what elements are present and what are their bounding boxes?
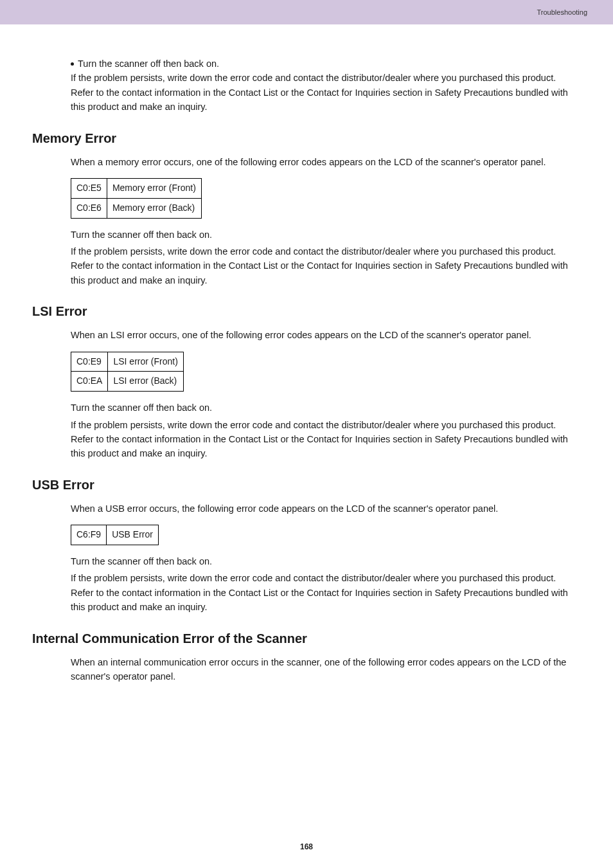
error-desc: Memory error (Front) (107, 179, 201, 199)
usb-intro: When a USB error occurs, the following e… (71, 502, 574, 516)
heading-usb-error: USB Error (32, 478, 581, 493)
error-code: C0:EA (71, 372, 108, 392)
error-code: C0:E6 (71, 198, 107, 218)
intro-bullet: Turn the scanner off then back on. (71, 57, 574, 71)
error-desc: Memory error (Back) (107, 198, 201, 218)
header-band: Troubleshooting (0, 0, 613, 24)
memory-intro: When a memory error occurs, one of the f… (71, 155, 574, 169)
intro-block: Turn the scanner off then back on. If th… (32, 57, 581, 114)
heading-internal-comm-error: Internal Communication Error of the Scan… (32, 631, 581, 646)
memory-content: When a memory error occurs, one of the f… (32, 155, 581, 288)
lsi-error-table: C0:E9 LSI error (Front) C0:EA LSI error … (71, 352, 184, 392)
table-row: C6:F9 USB Error (71, 525, 159, 545)
table-row: C0:E9 LSI error (Front) (71, 352, 184, 372)
heading-lsi-error: LSI Error (32, 304, 581, 319)
intro-persist-text: If the problem persists, write down the … (71, 71, 574, 114)
error-code: C0:E9 (71, 352, 108, 372)
lsi-after2: If the problem persists, write down the … (71, 418, 574, 461)
intro-bullet-text: Turn the scanner off then back on. (78, 59, 219, 69)
memory-after2: If the problem persists, write down the … (71, 244, 574, 287)
memory-error-table: C0:E5 Memory error (Front) C0:E6 Memory … (71, 178, 202, 218)
bullet-icon (71, 62, 74, 66)
lsi-after1: Turn the scanner off then back on. (71, 401, 574, 415)
internal-intro: When an internal communication error occ… (71, 655, 574, 684)
usb-content: When a USB error occurs, the following e… (32, 502, 581, 615)
usb-error-table: C6:F9 USB Error (71, 525, 159, 545)
lsi-content: When an LSI error occurs, one of the fol… (32, 328, 581, 461)
page-body: Turn the scanner off then back on. If th… (0, 24, 613, 684)
error-code: C6:F9 (71, 525, 107, 545)
table-row: C0:EA LSI error (Back) (71, 372, 184, 392)
table-row: C0:E6 Memory error (Back) (71, 198, 202, 218)
usb-after2: If the problem persists, write down the … (71, 571, 574, 614)
breadcrumb: Troubleshooting (537, 8, 587, 16)
lsi-intro: When an LSI error occurs, one of the fol… (71, 328, 574, 342)
internal-content: When an internal communication error occ… (32, 655, 581, 684)
memory-after1: Turn the scanner off then back on. (71, 228, 574, 242)
table-row: C0:E5 Memory error (Front) (71, 179, 202, 199)
error-desc: LSI error (Front) (108, 352, 183, 372)
usb-after1: Turn the scanner off then back on. (71, 554, 574, 568)
error-desc: LSI error (Back) (108, 372, 183, 392)
heading-memory-error: Memory Error (32, 131, 581, 146)
page-number: 168 (0, 842, 613, 851)
error-code: C0:E5 (71, 179, 107, 199)
error-desc: USB Error (107, 525, 159, 545)
